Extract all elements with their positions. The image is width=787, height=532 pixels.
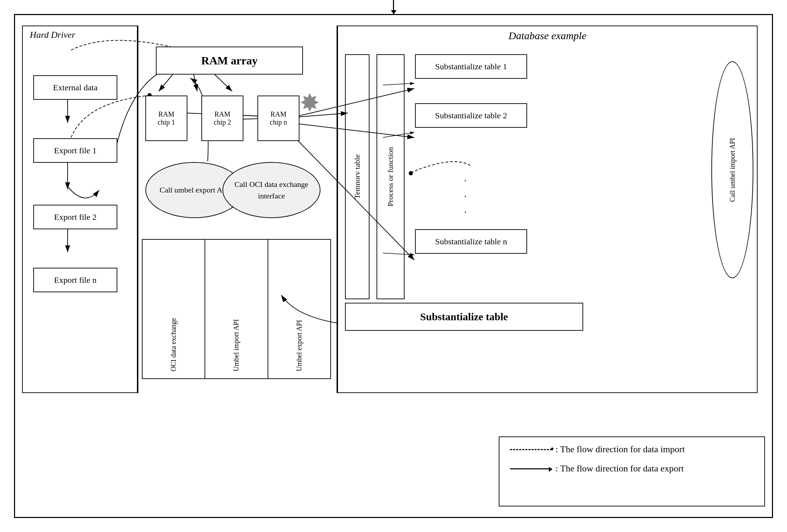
legend-section: : The flow direction for data import : T… [499,436,765,506]
process-func: Process or function [377,54,405,299]
starburst: ✸ [299,89,320,117]
external-data-box: External data [33,75,117,100]
export-file-n-box: Export file n [33,268,117,292]
legend-export-line [510,468,552,469]
ram-chip-n-box: RAMchip n [257,96,299,141]
export-file-1-box: Export file 1 [33,138,117,163]
bar-umbel-export: Umbel export API [268,240,330,378]
dots: ··· [464,173,467,220]
legend-export-item: : The flow direction for data export [510,463,754,474]
export-file-2-box: Export file 2 [33,205,117,229]
hard-driver-label: Hard Driver [30,30,75,40]
ellipse-oci: Call OCI data exchange interface [222,162,320,218]
hard-driver-section: Hard Driver External data Export file 1 … [22,26,138,393]
sub-table-large-box: Substantialize table [345,303,583,331]
database-section: Database example Temnorv table Process o… [337,26,758,393]
ellipse-import-api: Call umbel import API [711,61,753,278]
top-arrow [391,0,396,14]
ram-array-box: RAM array [156,47,303,75]
legend-import-item: : The flow direction for data import [510,444,754,455]
sub-table-n-box: Substantialize table n [415,229,527,254]
legend-import-line [510,449,552,450]
outer-border: Hard Driver External data Export file 1 … [14,14,773,518]
bar-umbel-import: Umbel import API [205,240,268,378]
sub-table-1-box: Substantialize table 1 [415,54,527,79]
ram-chip-2-box: RAMchip 2 [201,96,243,141]
temp-table: Temnorv table [345,54,370,299]
sub-table-2-box: Substantialize table 2 [415,103,527,128]
bar-oci: OCI data exchange [143,240,205,378]
database-label: Database example [509,30,586,42]
bars-container: OCI data exchange Umbel import API Umbel… [142,239,331,379]
ram-chip-1-box: RAMchip 1 [145,96,187,141]
middle-section: RAM array RAMchip 1 RAMchip 2 RAMchip n … [138,26,337,393]
